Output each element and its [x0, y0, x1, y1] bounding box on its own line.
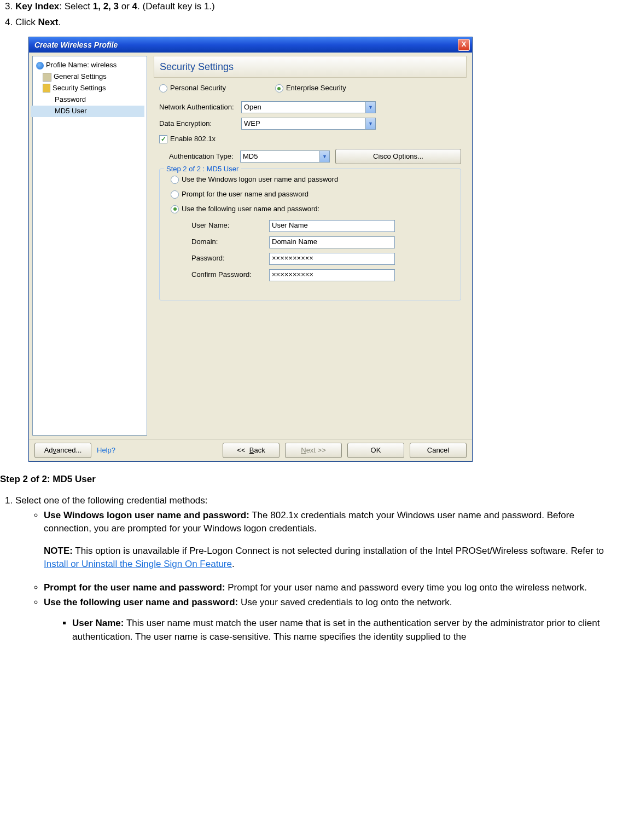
bullet-username: User Name: This user name must match the… — [72, 617, 617, 644]
tree-security[interactable]: Security Settings — [35, 83, 144, 94]
domain-input[interactable]: Domain Name — [269, 236, 395, 248]
radio-icon — [171, 205, 179, 213]
radio-icon — [171, 176, 179, 184]
password-label: Password: — [191, 253, 269, 264]
key-index-label: Key Index — [15, 1, 59, 11]
sidebar-tree: Profile Name: wireless General Settings … — [32, 56, 147, 436]
security-settings-header: Security Settings — [154, 56, 467, 78]
prompt-radio[interactable]: Prompt for the user name and password — [182, 189, 308, 200]
personal-security-radio[interactable]: Personal Security — [159, 83, 226, 94]
chevron-down-icon: ▼ — [365, 102, 375, 113]
radio-icon — [159, 84, 167, 92]
confirm-password-label: Confirm Password: — [191, 270, 269, 280]
use-windows-logon-radio[interactable]: Use the Windows logon user name and pass… — [182, 175, 338, 185]
tree-md5-user[interactable]: MD5 User — [31, 106, 144, 117]
help-link[interactable]: Help? — [97, 445, 115, 456]
username-label: User Name: — [191, 221, 269, 231]
domain-label: Domain: — [191, 237, 269, 247]
password-input[interactable]: ×××××××××× — [269, 253, 395, 265]
bullet-use-following: Use the following user name and password… — [44, 596, 617, 644]
step-3: Key Index: Select 1, 2, 3 or 4. (Default… — [15, 0, 617, 14]
net-auth-select[interactable]: Open ▼ — [241, 101, 376, 113]
use-following-radio[interactable]: Use the following user name and password… — [182, 204, 319, 215]
step-4: Click Next. — [15, 16, 617, 30]
enterprise-security-radio[interactable]: Enterprise Security — [275, 83, 346, 94]
auth-type-label: Authentication Type: — [169, 152, 240, 162]
tree-general[interactable]: General Settings — [35, 71, 144, 83]
data-enc-label: Data Encryption: — [159, 119, 241, 129]
net-auth-label: Network Authentication: — [159, 102, 241, 113]
cancel-button[interactable]: Cancel — [410, 443, 467, 458]
radio-icon — [275, 84, 283, 92]
radio-icon — [171, 190, 179, 199]
advanced-button[interactable]: Advanced... — [34, 443, 91, 458]
chevron-down-icon: ▼ — [365, 118, 375, 129]
username-input[interactable]: User Name — [269, 220, 395, 232]
globe-icon — [36, 62, 44, 69]
chevron-down-icon: ▼ — [319, 151, 329, 162]
sso-link[interactable]: Install or Uninstall the Single Sign On … — [44, 559, 232, 569]
back-button[interactable]: << Back — [223, 443, 280, 458]
title-bar: Create Wireless Profile X — [29, 37, 472, 53]
bullet-windows-logon: Use Windows logon user name and password… — [44, 509, 617, 572]
auth-type-select[interactable]: MD5 ▼ — [240, 150, 330, 163]
tree-profile[interactable]: Profile Name: wireless — [35, 60, 144, 71]
window-title: Create Wireless Profile — [31, 39, 458, 50]
step-select-credential: Select one of the following credential m… — [15, 494, 617, 644]
close-icon[interactable]: X — [458, 39, 470, 51]
tree-password[interactable]: Password — [35, 94, 144, 106]
ok-button[interactable]: OK — [347, 443, 404, 458]
enable-8021x-label: Enable 802.1x — [170, 134, 216, 144]
groupbox-title: Step 2 of 2 : MD5 User — [164, 164, 241, 175]
confirm-password-input[interactable]: ×××××××××× — [269, 269, 395, 281]
wireless-profile-window: Create Wireless Profile X Profile Name: … — [28, 37, 473, 462]
lock-icon — [43, 84, 50, 92]
md5-user-groupbox: Step 2 of 2 : MD5 User Use the Windows l… — [159, 169, 461, 300]
settings-icon — [43, 73, 51, 82]
data-enc-select[interactable]: WEP ▼ — [241, 118, 376, 130]
step-heading: Step 2 of 2: MD5 User — [0, 473, 617, 486]
next-button[interactable]: Next >> — [285, 443, 342, 458]
window-footer: Advanced... Help? << Back Next >> OK Can… — [29, 439, 472, 461]
enable-8021x-checkbox[interactable]: ✓ — [159, 135, 167, 143]
cisco-options-button[interactable]: Cisco Options... — [335, 149, 461, 164]
bullet-prompt: Prompt for the user name and password: P… — [44, 581, 617, 595]
